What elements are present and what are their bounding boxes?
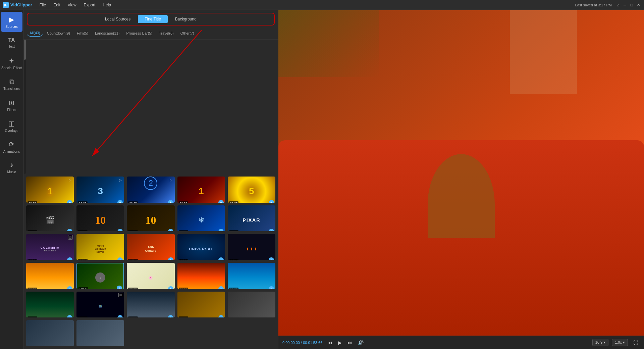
- media-card-city[interactable]: 00:05 + City: [127, 292, 174, 318]
- skip-back-button[interactable]: ⏮: [326, 339, 334, 346]
- media-card-columbia[interactable]: COLUMBIA PICTURES 00:15 ◫ + COLUMBIA: [26, 234, 74, 260]
- media-card-water-ice[interactable]: ❄ 00:05 + Water and Ice: [177, 205, 225, 232]
- volume-button[interactable]: 🔊: [356, 339, 366, 346]
- media-card-streamer[interactable]: 1 00:05 + Streamer: [177, 177, 225, 203]
- cat-other[interactable]: Other(7): [178, 30, 197, 37]
- duration-pixar: 00:05: [229, 230, 239, 232]
- sidebar-item-animations[interactable]: ⟳ Animations: [1, 137, 22, 157]
- duration-sunrise: 00:05: [28, 288, 37, 289]
- preview-controls: 0:00:00.00 / 00:01:53.66 ⏮ ▶ ⏭ 🔊 16:9 ▾ …: [278, 336, 644, 349]
- media-card-metal-rings[interactable]: 5 00:05 + Metal Rings: [228, 177, 275, 203]
- titlebar-menu: File Edit View Export Help: [36, 2, 114, 8]
- cat-landscape[interactable]: Landscape(11): [92, 30, 122, 37]
- media-card-welding[interactable]: 10 00:05 + Welding: [127, 205, 174, 232]
- cat-progressbar[interactable]: Progress Bar(5): [124, 30, 155, 37]
- media-card-firework[interactable]: 10 00:05 + Firework: [76, 205, 124, 232]
- duration-people-dogs: 00:05: [179, 316, 189, 318]
- duration-nature: 00:05: [78, 287, 88, 289]
- sidebar-item-sources[interactable]: ▶ Sources: [1, 12, 22, 32]
- media-thumb-island: 00:05 +: [26, 292, 74, 318]
- fullscreen-button[interactable]: ⛶: [631, 339, 640, 346]
- media-card-universal[interactable]: UNIVERSAL 00:05 + UNIVERSAL: [177, 234, 225, 260]
- app-name: VidClipper: [10, 2, 32, 7]
- preview-panel: 0:00:00.00 / 00:01:53.66 ⏮ ▶ ⏭ 🔊 16:9 ▾ …: [278, 10, 644, 349]
- sidebar-item-text[interactable]: TA Text: [1, 33, 22, 53]
- sidebar-item-overlays[interactable]: ◫ Overlays: [1, 116, 22, 136]
- filters-icon: ⊞: [9, 99, 14, 107]
- media-card-fireworks[interactable]: ✦✦✦ 00:05 + Fireworks: [228, 234, 275, 260]
- tab-background[interactable]: Background: [168, 15, 203, 23]
- sidebar-item-transitions[interactable]: ⧉ Transitions: [1, 74, 22, 94]
- media-thumb-fireworks: ✦✦✦ 00:05 +: [228, 234, 275, 260]
- sidebar: ▶ Sources TA Text ✦ Special Effect ⧉ Tra…: [0, 10, 23, 349]
- tab-fine-title[interactable]: Fine Title: [138, 15, 168, 23]
- menu-edit[interactable]: Edit: [50, 2, 64, 8]
- sidebar-item-music[interactable]: ♪ Music: [1, 157, 22, 178]
- media-card-metro[interactable]: MetroGoldwynMayer 00:05 + Metro Goldwyn …: [76, 234, 124, 260]
- media-thumb-city: 00:05 +: [127, 292, 174, 318]
- win-close-button[interactable]: ✕: [635, 2, 641, 8]
- win-maximize-button[interactable]: □: [629, 2, 635, 8]
- add-fireworks[interactable]: +: [269, 257, 274, 260]
- cat-travel[interactable]: Travel(6): [156, 30, 176, 37]
- menu-view[interactable]: View: [64, 2, 80, 8]
- sidebar-item-special-effect[interactable]: ✦ Special Effect: [1, 53, 22, 73]
- sources-icon: ▶: [9, 15, 14, 23]
- media-thumb-firework: 10 00:05 +: [76, 205, 124, 232]
- media-card-electric-current[interactable]: 3 00:05 ▷ + Electric current: [76, 177, 124, 203]
- cat-film[interactable]: Film(5): [74, 30, 91, 37]
- last-saved-text: Last saved at 3:17 PM: [575, 3, 612, 7]
- play-button[interactable]: ▶: [336, 339, 344, 346]
- media-card-people-dogs[interactable]: 00:05 + People_Dogs: [177, 292, 225, 318]
- duration-welding: 00:05: [128, 230, 138, 232]
- menu-file[interactable]: File: [36, 2, 49, 8]
- sidebar-label-special-effect: Special Effect: [1, 66, 22, 70]
- playback-speed-button[interactable]: 1.0x ▾: [612, 339, 628, 346]
- app-logo: ▶ VidClipper: [3, 2, 32, 8]
- media-card-20century[interactable]: 20thCentury 00:05 + 20th Century: [127, 234, 174, 260]
- media-grid: 1 00:05 ▷ + Golden shadow 3 00:05 ▷ + El…: [23, 174, 278, 349]
- media-card-golden-shadow[interactable]: 1 00:05 ▷ + Golden shadow: [26, 177, 74, 203]
- media-card-city-night[interactable]: 🌃 ◫ 00:06 + City Night Scene: [76, 292, 124, 318]
- duration-metro: 00:05: [78, 259, 88, 260]
- media-card-clapperboard[interactable]: 🎬 00:05 + Clapperboard 1: [26, 205, 74, 232]
- media-card-island[interactable]: 00:05 + Island: [26, 292, 74, 318]
- duration-golden-shadow: 00:05: [28, 201, 37, 203]
- tab-local-sources[interactable]: Local Sources: [98, 15, 137, 23]
- win-minimize-button[interactable]: ─: [622, 2, 628, 8]
- media-thumb-water-ice: ❄ 00:05 +: [177, 205, 225, 232]
- add-universal[interactable]: +: [218, 257, 224, 260]
- cat-countdown[interactable]: Countdown(9): [44, 30, 73, 37]
- play-icon-electric-current: ▷: [118, 178, 123, 182]
- media-card-sunset[interactable]: 00:05 + Sunset: [177, 263, 225, 289]
- add-technological[interactable]: +: [168, 200, 173, 203]
- menu-help[interactable]: Help: [99, 2, 114, 8]
- media-card-pixar[interactable]: PIXAR 00:05 + PIXAR: [228, 205, 275, 232]
- media-card-technological[interactable]: 2 00:05 ▷ + Technological se...: [127, 177, 174, 203]
- sidebar-label-text: Text: [8, 45, 14, 48]
- media-card-partial2[interactable]: [26, 320, 74, 346]
- sidebar-item-filters[interactable]: ⊞ Filters: [1, 95, 22, 115]
- skip-forward-button[interactable]: ⏭: [345, 339, 354, 346]
- win-home-button[interactable]: ⌂: [615, 2, 621, 8]
- media-card-cherry[interactable]: 🌸 00:05 + Cherry: [127, 263, 174, 289]
- columbia-badge: ◫: [68, 235, 73, 240]
- aspect-ratio-button[interactable]: 16:9 ▾: [592, 339, 608, 346]
- play-icon-technological: ▷: [169, 178, 173, 182]
- app-logo-icon: ▶: [3, 2, 9, 8]
- panel-tabs-container: Local Sources Fine Title Background: [27, 13, 275, 26]
- media-card-sunrise[interactable]: 00:05 + Sunrise: [26, 263, 74, 289]
- media-thumb-golden-shadow: 1 00:05 ▷ +: [26, 177, 74, 203]
- menu-export[interactable]: Export: [80, 2, 99, 8]
- media-card-partial1[interactable]: [228, 292, 275, 318]
- media-card-beach[interactable]: 00:05 + Beach: [228, 263, 275, 289]
- media-card-partial3[interactable]: [76, 320, 124, 346]
- add-20century[interactable]: +: [168, 257, 173, 260]
- media-thumb-partial2: [26, 320, 74, 346]
- add-cherry[interactable]: +: [168, 286, 173, 289]
- animations-icon: ⟳: [9, 140, 14, 148]
- left-panel: Local Sources Fine Title Background All(…: [23, 10, 278, 349]
- titlebar-left: ▶ VidClipper File Edit View Export Help: [3, 2, 114, 8]
- cat-all[interactable]: All(43): [27, 30, 43, 37]
- media-card-nature[interactable]: ↓ 00:05 ↓ Nature Nature Click to Downloa…: [76, 263, 124, 289]
